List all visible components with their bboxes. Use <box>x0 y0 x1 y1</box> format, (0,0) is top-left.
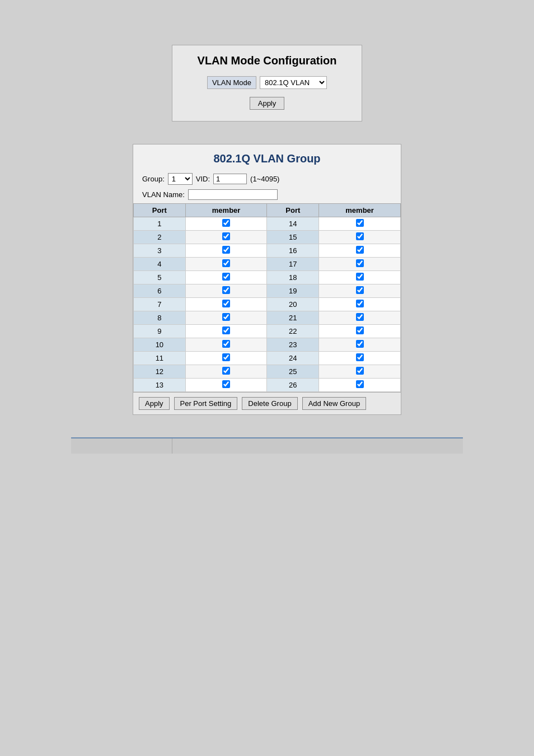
vlan-mode-card: VLAN Mode Configuration VLAN Mode 802.1Q… <box>172 45 362 122</box>
port-number-left: 8 <box>134 311 186 325</box>
port-number-right: 24 <box>267 352 319 365</box>
delete-group-button[interactable]: Delete Group <box>242 397 297 410</box>
port-checkbox-left-7[interactable] <box>222 300 230 307</box>
col-header-member1: member <box>185 204 267 217</box>
table-row: 114 <box>134 217 401 231</box>
port-number-right: 16 <box>267 244 319 258</box>
port-member-right <box>319 271 401 284</box>
bottom-bar: Apply Per Port Setting Delete Group Add … <box>133 392 401 414</box>
port-checkbox-left-12[interactable] <box>222 367 230 375</box>
port-checkbox-right-18[interactable] <box>356 273 364 281</box>
table-row: 922 <box>134 325 401 338</box>
port-member-right <box>319 338 401 352</box>
port-number-right: 17 <box>267 258 319 271</box>
port-number-left: 6 <box>134 284 186 298</box>
port-number-left: 13 <box>134 379 186 392</box>
table-row: 1124 <box>134 352 401 365</box>
port-checkbox-left-2[interactable] <box>222 232 230 240</box>
port-checkbox-right-23[interactable] <box>356 340 364 348</box>
port-checkbox-right-14[interactable] <box>356 219 364 227</box>
port-number-left: 3 <box>134 244 186 258</box>
port-member-right <box>319 244 401 258</box>
port-number-left: 9 <box>134 325 186 338</box>
port-member-right <box>319 352 401 365</box>
port-checkbox-right-19[interactable] <box>356 286 364 294</box>
port-checkbox-right-15[interactable] <box>356 232 364 240</box>
port-checkbox-left-13[interactable] <box>222 380 230 388</box>
vlan-name-row: VLAN Name: <box>133 187 401 203</box>
port-number-left: 7 <box>134 298 186 311</box>
port-checkbox-left-1[interactable] <box>222 219 230 227</box>
port-checkbox-left-11[interactable] <box>222 353 230 361</box>
per-port-setting-button[interactable]: Per Port Setting <box>174 397 238 410</box>
port-member-left <box>185 271 267 284</box>
port-checkbox-right-21[interactable] <box>356 313 364 321</box>
port-number-left: 12 <box>134 365 186 379</box>
port-number-right: 14 <box>267 217 319 231</box>
port-member-left <box>185 365 267 379</box>
table-row: 821 <box>134 311 401 325</box>
port-member-left <box>185 231 267 244</box>
port-checkbox-left-4[interactable] <box>222 259 230 267</box>
footer-section <box>71 437 463 454</box>
group-label: Group: <box>142 175 165 183</box>
table-row: 720 <box>134 298 401 311</box>
port-checkbox-left-5[interactable] <box>222 273 230 281</box>
port-checkbox-right-25[interactable] <box>356 367 364 375</box>
port-member-left <box>185 352 267 365</box>
vlan-mode-label: VLAN Mode <box>207 76 256 89</box>
port-checkbox-right-17[interactable] <box>356 259 364 267</box>
port-number-left: 1 <box>134 217 186 231</box>
port-member-right <box>319 365 401 379</box>
group-select[interactable]: 1 2 3 <box>168 173 193 185</box>
port-checkbox-left-10[interactable] <box>222 340 230 348</box>
port-member-left <box>185 311 267 325</box>
port-checkbox-right-26[interactable] <box>356 380 364 388</box>
port-number-left: 4 <box>134 258 186 271</box>
footer-table <box>71 438 463 454</box>
apply-button[interactable]: Apply <box>139 397 170 410</box>
port-number-left: 2 <box>134 231 186 244</box>
table-row: 518 <box>134 271 401 284</box>
port-checkbox-left-9[interactable] <box>222 326 230 334</box>
port-member-right <box>319 284 401 298</box>
port-checkbox-right-20[interactable] <box>356 300 364 307</box>
port-checkbox-right-24[interactable] <box>356 353 364 361</box>
col-header-port2: Port <box>267 204 319 217</box>
add-new-group-button[interactable]: Add New Group <box>302 397 367 410</box>
apply-btn-container: Apply <box>184 97 350 110</box>
port-member-right <box>319 379 401 392</box>
port-table: Port member Port member 1142153164175186… <box>133 203 401 392</box>
port-member-right <box>319 311 401 325</box>
vid-range: (1~4095) <box>250 175 279 183</box>
vid-input[interactable] <box>213 174 247 184</box>
port-checkbox-left-3[interactable] <box>222 246 230 254</box>
port-number-right: 21 <box>267 311 319 325</box>
table-row: 1326 <box>134 379 401 392</box>
vlan-mode-row: VLAN Mode 802.1Q VLAN Port-based VLAN <box>184 76 350 89</box>
vlan-mode-apply-button[interactable]: Apply <box>250 97 285 110</box>
port-member-right <box>319 217 401 231</box>
port-checkbox-left-8[interactable] <box>222 313 230 321</box>
port-number-right: 15 <box>267 231 319 244</box>
port-checkbox-left-6[interactable] <box>222 286 230 294</box>
footer-row <box>71 438 463 454</box>
port-member-left <box>185 338 267 352</box>
port-member-left <box>185 217 267 231</box>
port-member-right <box>319 298 401 311</box>
col-header-port1: Port <box>134 204 186 217</box>
port-checkbox-right-16[interactable] <box>356 246 364 254</box>
port-member-right <box>319 325 401 338</box>
table-row: 316 <box>134 244 401 258</box>
port-member-left <box>185 298 267 311</box>
port-number-right: 19 <box>267 284 319 298</box>
footer-col2 <box>172 438 463 454</box>
port-number-right: 18 <box>267 271 319 284</box>
table-row: 417 <box>134 258 401 271</box>
port-number-right: 23 <box>267 338 319 352</box>
vlan-name-input[interactable] <box>188 189 278 200</box>
vlan-group-title: 802.1Q VLAN Group <box>133 144 401 171</box>
vlan-mode-select[interactable]: 802.1Q VLAN Port-based VLAN <box>260 76 327 89</box>
port-member-left <box>185 325 267 338</box>
port-checkbox-right-22[interactable] <box>356 326 364 334</box>
